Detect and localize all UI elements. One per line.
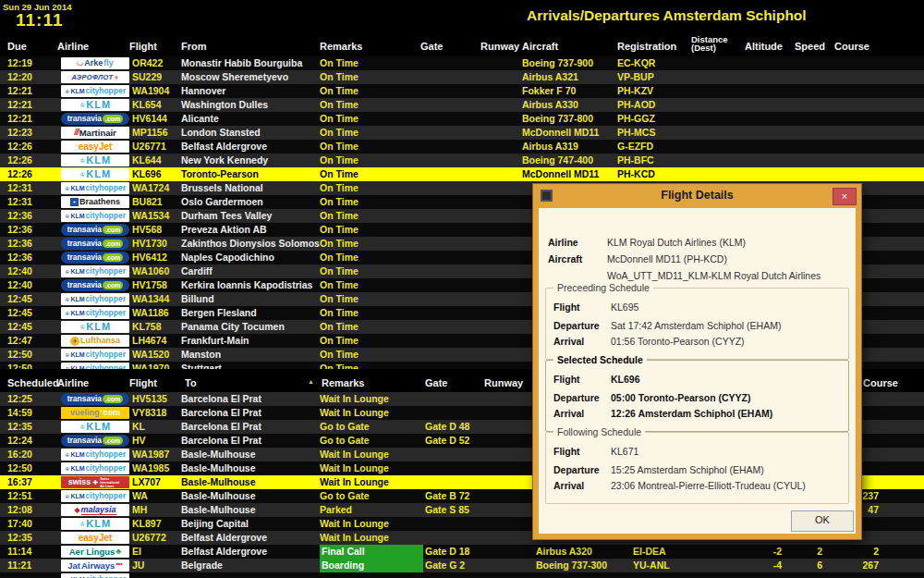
logo-part: ♔ (65, 366, 69, 370)
origin-cell: Kerkira Ioannis Kapodistrias (181, 278, 312, 292)
dialog-titlebar[interactable]: Flight Details × (533, 184, 861, 208)
arrival-row[interactable]: 12:20 АЭРОФЛОТ✈ SU229 Moscow Sheremetyev… (0, 70, 924, 84)
aircraft-cell: Airbus A330 (522, 98, 578, 112)
arrival-row[interactable]: 12:21 ♔KLM KL654 Washington Dulles On Ti… (0, 98, 924, 112)
flight-cell: WA1186 (132, 306, 169, 320)
remarks-cell: On Time (320, 292, 359, 306)
due-cell: 12:21 (7, 112, 32, 126)
registration-cell: EI-DEA (633, 545, 666, 559)
logo-part: KLM (86, 169, 111, 179)
flight-label: Flight (553, 373, 580, 386)
due-cell: 12:47 (7, 334, 32, 348)
klm-logo: ♔KLM (61, 154, 129, 166)
aircraft-cell: McDonnell MD11 (522, 167, 599, 181)
remarks-cell: On Time (320, 223, 359, 237)
flight-cell: WA1060 (132, 264, 169, 278)
dep-col-gate[interactable]: Gate (425, 376, 447, 390)
remarks-cell: On Time (320, 334, 359, 348)
arrival-row[interactable]: 12:23 ///Martinair MP1156 London Stanste… (0, 126, 924, 140)
arr-col-airline[interactable]: Airline (57, 40, 89, 54)
altitude-cell (737, 126, 782, 140)
dep-col-airline[interactable]: Airline (57, 376, 89, 390)
dep-col-remarks[interactable]: Remarks (322, 376, 364, 390)
logo-part: Aer Lingus (69, 547, 116, 557)
due-cell: 12:45 (7, 292, 32, 306)
dep-col-flight[interactable]: Flight (129, 376, 157, 390)
gate-cell: Gate D 48 (425, 420, 469, 434)
logo-part: ♔ (65, 89, 69, 94)
aircraft-cell: Airbus A321 (522, 70, 578, 84)
arrival-value: 23:06 Montreal-Pierre-Elliott-Trudeau (C… (611, 479, 806, 492)
arr-col-remarks[interactable]: Remarks (320, 40, 362, 54)
flight-cell: MH (132, 503, 147, 517)
course-cell (827, 154, 869, 167)
logo-part: .com (103, 115, 123, 123)
origin-cell: Washington Dulles (181, 98, 268, 112)
logo-part: Martinair (79, 129, 116, 138)
ok-button[interactable]: OK (791, 510, 854, 532)
departure-row[interactable]: ♔KLMcityhopper (0, 572, 924, 578)
aircraft-cell: Airbus A320 (536, 545, 592, 559)
arrivals-header: Due Airline Flight From Remarks Gate Run… (0, 38, 924, 55)
logo-part: KLM (86, 322, 111, 332)
logo-part: KLM (70, 213, 84, 219)
altitude-cell (737, 70, 782, 84)
logo-part: .com (103, 240, 123, 248)
due-cell: 12:31 (7, 181, 32, 195)
lufthansa-logo: ✈Lufthansa (61, 335, 129, 347)
logo-part: KLM (86, 155, 111, 166)
flight-cell: HV6144 (132, 112, 167, 126)
flight-cell: MP1156 (132, 126, 168, 140)
dep-col-scheduled[interactable]: Scheduled (7, 376, 59, 390)
arr-col-speed[interactable]: Speed (795, 40, 825, 54)
arr-col-from[interactable]: From (181, 40, 207, 54)
flight-cell: KL (132, 420, 145, 434)
logo-part: KLM (86, 422, 111, 432)
logo-part: ♔ (79, 102, 85, 108)
arr-col-course[interactable]: Course (834, 40, 869, 54)
arr-col-aircraft[interactable]: Aircraft (522, 40, 558, 54)
logo-part: swiss (68, 478, 91, 486)
arr-col-gate[interactable]: Gate (420, 40, 443, 54)
dep-col-course[interactable]: Course (863, 376, 898, 390)
arr-col-altitude[interactable]: Altitude (745, 40, 783, 54)
dialog-body: Airline KLM Royal Dutch Airlines (KLM) A… (539, 208, 856, 534)
remarks-cell: On Time (320, 209, 359, 223)
logo-part: fly (103, 59, 114, 68)
logo-part: Braathens (79, 198, 120, 206)
arr-col-due[interactable]: Due (7, 40, 27, 54)
due-cell: 12:26 (7, 140, 32, 154)
remarks-cell: On Time (320, 181, 359, 195)
departure-row[interactable]: 11:21 JatAirways••• JU Belgrade Boarding… (0, 559, 924, 572)
flight-cell: HV1730 (132, 237, 167, 251)
logo-part: transavia (67, 437, 102, 445)
departure-row[interactable]: 11:14 Aer Lingus♣ EI Belfast Aldergrove … (0, 545, 924, 559)
arrival-row[interactable]: 12:21 transavia.com HV6144 Alicante On T… (0, 112, 924, 126)
logo-part: KLM (70, 465, 84, 472)
logo-part: ♔ (79, 424, 85, 430)
transavia-logo: transavia.com (61, 435, 129, 447)
arr-col-distance[interactable]: Distance (Dest) (691, 35, 728, 52)
origin-cell: Frankfurt-Main (181, 334, 249, 348)
origin-cell: Billund (181, 292, 214, 306)
arr-col-runway[interactable]: Runway (480, 40, 519, 54)
arr-col-flight[interactable]: Flight (129, 40, 157, 54)
logo-part: ♔ (65, 186, 69, 191)
dep-col-runway[interactable]: Runway (484, 376, 523, 390)
speed-cell (785, 98, 822, 112)
scheduled-cell: 12:24 (7, 434, 32, 448)
due-cell: 12:21 (7, 98, 32, 112)
arr-col-registration[interactable]: Registration (617, 40, 676, 54)
klm-logo: ♔KLM (61, 421, 129, 433)
arrival-row[interactable]: 12:26 easyJet U26771 Belfast Aldergrove … (0, 140, 924, 154)
scheduled-cell: 17:40 (7, 517, 32, 531)
speed-cell (785, 154, 822, 167)
arrival-row[interactable]: 12:26 ♔KLM KL696 Toronto-Pearson On Time… (0, 167, 924, 181)
origin-cell: London Stansted (181, 126, 261, 140)
arrival-row[interactable]: 12:19 ◡Arkefly OR422 Monastir Habib Bour… (0, 56, 924, 70)
arrival-row[interactable]: 12:21 ♔KLMcityhopper WA1904 Hannover On … (0, 84, 924, 98)
close-button[interactable]: × (833, 188, 857, 205)
arrival-row[interactable]: 12:26 ♔KLM KL644 New York Kennedy On Tim… (0, 154, 924, 167)
dep-col-to[interactable]: To (185, 376, 197, 390)
flight-cell: LX707 (132, 475, 161, 489)
